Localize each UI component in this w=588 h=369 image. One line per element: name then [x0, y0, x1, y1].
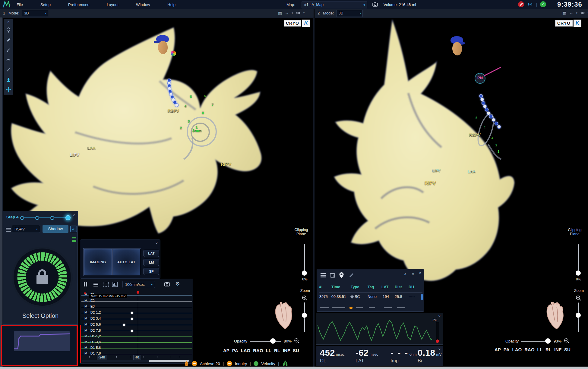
record-status-icon[interactable] [518, 1, 524, 7]
lat-button[interactable]: LAT [144, 250, 159, 257]
velocity-status-icon[interactable] [254, 361, 258, 366]
caliper-handle[interactable] [137, 291, 139, 294]
auto-lat-button[interactable]: AUTO LAT [112, 249, 140, 275]
curve-tool-icon[interactable] [4, 55, 13, 65]
zoom-in-icon[interactable] [302, 295, 308, 301]
orientation-lao[interactable]: LAO [241, 348, 251, 353]
chevron-down-icon[interactable]: ▾ [292, 11, 293, 14]
delete-point-icon[interactable] [330, 272, 335, 278]
opacity-slider[interactable] [250, 341, 281, 342]
trace-list-icon[interactable] [93, 282, 98, 287]
pause-button[interactable] [84, 282, 88, 286]
heart-reference-icon[interactable] [273, 301, 292, 331]
selection-box-icon[interactable] [103, 282, 109, 287]
zoom-out-icon[interactable] [294, 338, 300, 344]
step-dot-4[interactable] [65, 215, 71, 220]
next-point-icon[interactable]: ∨ [412, 272, 415, 276]
close-icon[interactable]: × [155, 241, 158, 245]
orientation-su[interactable]: SU [564, 347, 571, 352]
step-dot-3[interactable] [50, 216, 54, 220]
pan-tool-icon[interactable]: ↔ [569, 11, 573, 15]
orientation-lao[interactable]: LAO [512, 347, 522, 352]
table-header-tag[interactable]: Tag [368, 285, 381, 289]
vein-dropdown[interactable]: RSPV ▾ [12, 225, 40, 233]
table-header-num[interactable]: # [319, 285, 331, 289]
pencil-tool-icon[interactable] [4, 45, 13, 55]
table-row[interactable]: 397509:38:51SCNone-19425.8----- [319, 295, 422, 299]
menu-file[interactable]: File [17, 2, 23, 7]
chevron-down-icon[interactable]: ▾ [303, 11, 305, 14]
drop-to-surface-icon[interactable] [4, 75, 13, 85]
sp-button[interactable]: SP [144, 268, 159, 275]
orientation-ap[interactable]: AP [495, 347, 501, 352]
step-dot-2[interactable] [35, 216, 39, 220]
lm-button[interactable]: LM [144, 259, 159, 266]
close-icon[interactable]: × [4, 19, 13, 25]
phrenic-nerve-marker[interactable]: PN [475, 73, 485, 84]
lungs-icon[interactable] [282, 361, 289, 367]
step-dot-1[interactable] [20, 216, 24, 220]
orientation-rl[interactable]: RL [274, 348, 280, 353]
settings-gear-icon[interactable]: ⚙ [175, 280, 180, 287]
menu-window[interactable]: Window [136, 2, 150, 7]
visibility-icon[interactable] [296, 11, 301, 15]
close-icon[interactable]: × [438, 314, 441, 318]
zoom-slider-thumb[interactable] [302, 313, 307, 318]
zoom-slider-thumb-2[interactable] [576, 313, 581, 318]
orientation-ll[interactable]: LL [266, 348, 271, 353]
pan-tool-icon[interactable]: ↔ [285, 11, 289, 15]
system-ok-icon[interactable]: ✓ [540, 1, 546, 7]
clipping-plane-slider-thumb-2[interactable] [576, 270, 581, 276]
caliper-line[interactable] [138, 293, 138, 358]
orientation-ll[interactable]: LL [537, 347, 543, 352]
menu-help[interactable]: Help [167, 2, 175, 7]
map-dropdown[interactable]: #1 LA_Map ▾ [302, 1, 367, 8]
ecg-scrollbar-thumb[interactable] [149, 360, 189, 362]
orientation-ap[interactable]: AP [223, 348, 229, 353]
inquiry-status-icon[interactable] [227, 361, 232, 366]
signal-icon[interactable] [527, 1, 533, 7]
spiral-catheter-side[interactable] [475, 112, 497, 148]
table-header-time[interactable]: Time [331, 285, 351, 289]
orientation-inf[interactable]: INF [554, 347, 561, 352]
occlusion-dial[interactable] [12, 247, 73, 308]
chevron-down-icon[interactable]: ▾ [576, 11, 577, 14]
menu-preferences[interactable]: Preferences [68, 2, 89, 7]
menu-setup[interactable]: Setup [40, 2, 51, 7]
orientation-su[interactable]: SU [293, 348, 299, 353]
heart-reference-icon-2[interactable] [545, 301, 564, 331]
location-pin-icon[interactable] [339, 272, 344, 278]
edit-pencil-icon[interactable] [349, 272, 354, 278]
histogram-icon[interactable] [112, 282, 118, 287]
orientation-pa[interactable]: PA [504, 347, 510, 352]
brush-tool-icon[interactable] [4, 35, 13, 45]
table-header-dist[interactable]: Dist [395, 285, 409, 289]
previous-point-icon[interactable]: ∧ [404, 272, 407, 276]
clipping-plane-slider[interactable] [304, 244, 305, 272]
table-header-du[interactable]: DU [409, 285, 421, 289]
move-tool-icon[interactable] [4, 85, 13, 95]
green-list-icon[interactable] [72, 236, 76, 243]
layout-grid-icon[interactable]: ▦ [278, 11, 282, 15]
close-icon[interactable]: × [73, 213, 75, 218]
opacity-slider-thumb[interactable] [270, 338, 276, 344]
close-icon[interactable]: × [419, 270, 421, 275]
table-header-type[interactable]: Type [351, 285, 368, 289]
camera-icon[interactable] [372, 2, 378, 7]
layout-grid-icon[interactable]: ▦ [562, 11, 566, 15]
visibility-icon[interactable] [580, 11, 585, 15]
table-header-lat[interactable]: LAT [381, 285, 395, 289]
sweep-speed-dropdown[interactable]: 100mm/sec ▾ [122, 281, 155, 288]
respiration-threshold-slider[interactable] [436, 322, 439, 342]
ecg-scrollbar[interactable] [82, 360, 192, 362]
balloon-tool-icon[interactable] [4, 25, 13, 35]
pane2-mode-dropdown[interactable]: 3D ▾ [336, 10, 363, 17]
line-tool-icon[interactable] [4, 65, 13, 75]
menu-layout[interactable]: Layout [107, 2, 119, 7]
orientation-rl[interactable]: RL [545, 347, 552, 352]
snapshot-camera-icon[interactable] [164, 282, 170, 286]
shadow-checkbox[interactable]: ✓ [70, 226, 77, 232]
zoom-in-icon[interactable] [576, 295, 582, 301]
respiration-threshold-handle[interactable] [436, 339, 439, 343]
opacity-slider-2[interactable] [521, 341, 551, 342]
